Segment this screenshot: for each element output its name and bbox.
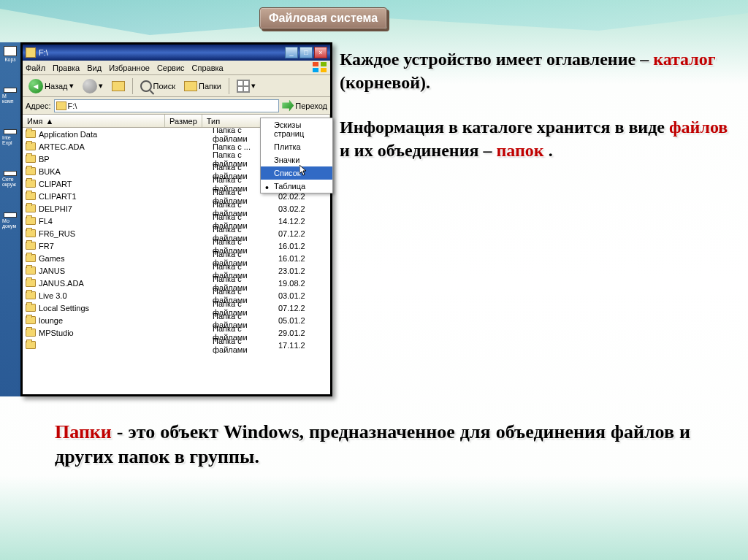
file-row[interactable]: DELPHI7Папка с файлами03.02.2 — [23, 202, 330, 215]
view-menu-table[interactable]: Таблица — [261, 180, 332, 193]
explorer-window: F:\ _ □ × Файл Правка Вид Избранное Серв… — [20, 42, 332, 396]
folder-icon — [184, 81, 197, 91]
search-button[interactable]: Поиск — [137, 79, 178, 93]
folder-icon — [26, 130, 36, 138]
menu-favorites[interactable]: Избранное — [109, 64, 150, 72]
maximize-button[interactable]: □ — [299, 47, 313, 58]
drive-icon — [56, 101, 66, 110]
desktop-icon-mycomputer[interactable]: М комп — [2, 88, 18, 104]
folder-icon — [26, 180, 36, 188]
desktop-background: Корз М комп Inte Expl Сете окруж Мо доку… — [0, 42, 20, 396]
folder-icon — [26, 266, 36, 275]
file-row[interactable]: JANUS.ADAПапка с файлами19.08.2 — [23, 277, 330, 289]
file-row[interactable]: FR6_RUSПапка с файлами07.12.2 — [23, 227, 330, 239]
folder-icon — [26, 142, 36, 150]
view-menu-thumbnails[interactable]: Эскизы страниц — [261, 118, 332, 140]
views-icon — [237, 80, 250, 93]
file-row[interactable]: loungeПапка с файлами05.01.2 — [23, 314, 330, 326]
desktop-icon-network[interactable]: Сете окруж — [2, 171, 18, 187]
menu-edit[interactable]: Правка — [53, 64, 80, 72]
back-button[interactable]: ◄ Назад ▾ — [26, 77, 77, 95]
separator — [132, 78, 133, 94]
folder-icon — [26, 291, 36, 299]
minimize-button[interactable]: _ — [285, 47, 298, 58]
arrow-left-icon: ◄ — [28, 79, 43, 93]
slide-title: Файловая система — [259, 7, 387, 29]
folder-icon — [26, 192, 36, 200]
window-titlebar[interactable]: F:\ _ □ × — [23, 45, 330, 61]
file-row[interactable]: MPStudioПапка с файлами29.01.2 — [23, 326, 330, 339]
folder-icon — [26, 47, 36, 58]
file-row[interactable]: FR7Папка с файлами16.01.2 — [23, 239, 330, 252]
folder-icon — [26, 217, 36, 225]
desktop-icon-recycle[interactable]: Корз — [2, 46, 18, 62]
search-icon — [140, 80, 152, 92]
file-row[interactable]: Папка с файлами17.11.2 — [23, 339, 330, 351]
cursor-icon — [299, 165, 308, 177]
folder-icon — [26, 341, 36, 349]
view-menu-tiles[interactable]: Плитка — [261, 140, 332, 153]
column-size[interactable]: Размер — [165, 115, 202, 127]
file-row[interactable]: Live 3.0Папка с файлами03.01.2 — [23, 289, 330, 302]
go-arrow-icon — [282, 100, 294, 112]
folder-up-icon — [112, 81, 125, 91]
address-bar: Адрес: F:\ Переход — [23, 97, 330, 115]
menu-file[interactable]: Файл — [26, 64, 45, 72]
folders-button[interactable]: Папки — [181, 80, 224, 93]
folder-icon — [26, 204, 36, 212]
folder-icon — [26, 279, 36, 287]
file-row[interactable]: GamesПапка с файлами16.01.2 — [23, 252, 330, 264]
slide-text-bottom: Папки - это объект Windows, предназначен… — [55, 420, 690, 469]
arrow-right-icon — [83, 79, 97, 93]
forward-button[interactable]: ▾ — [80, 77, 106, 95]
folder-icon — [26, 329, 36, 337]
go-button[interactable]: Переход — [282, 100, 327, 112]
close-button[interactable]: × — [314, 47, 327, 58]
desktop-icon-ie[interactable]: Inte Expl — [2, 129, 18, 145]
separator — [229, 78, 229, 94]
windows-logo-icon — [313, 62, 327, 74]
menu-view[interactable]: Вид — [87, 64, 102, 72]
toolbar: ◄ Назад ▾ ▾ Поиск Папки ▾ — [23, 75, 330, 97]
column-name[interactable]: Имя ▲ — [23, 115, 165, 127]
desktop-icon-mydocs[interactable]: Мо докум — [2, 212, 18, 229]
up-button[interactable] — [109, 80, 128, 93]
file-row[interactable]: JANUSПапка с файлами23.01.2 — [23, 264, 330, 277]
folder-icon — [26, 155, 36, 163]
folder-icon — [26, 304, 36, 312]
menu-tools[interactable]: Сервис — [157, 64, 185, 72]
window-title: F:\ — [39, 48, 48, 57]
view-menu-list[interactable]: Список — [261, 166, 332, 180]
file-row[interactable]: FL4Папка с файлами14.12.2 — [23, 215, 330, 227]
folder-icon — [26, 167, 36, 175]
slide-text-right: Каждое устройство имеет оглавление – кат… — [340, 47, 738, 183]
views-button[interactable]: ▾ — [234, 78, 259, 94]
menubar: Файл Правка Вид Избранное Сервис Справка — [23, 61, 330, 75]
view-menu-icons[interactable]: Значки — [261, 153, 332, 166]
menu-help[interactable]: Справка — [192, 64, 224, 72]
folder-icon — [26, 316, 36, 324]
folder-icon — [26, 254, 36, 262]
folder-icon — [26, 242, 36, 250]
address-label: Адрес: — [26, 101, 51, 110]
view-context-menu: Эскизы страниц Плитка Значки Список Табл… — [260, 118, 333, 193]
file-row[interactable]: Local SettingsПапка с файлами07.12.2 — [23, 302, 330, 314]
address-input[interactable]: F:\ — [54, 99, 280, 112]
folder-icon — [26, 229, 36, 237]
